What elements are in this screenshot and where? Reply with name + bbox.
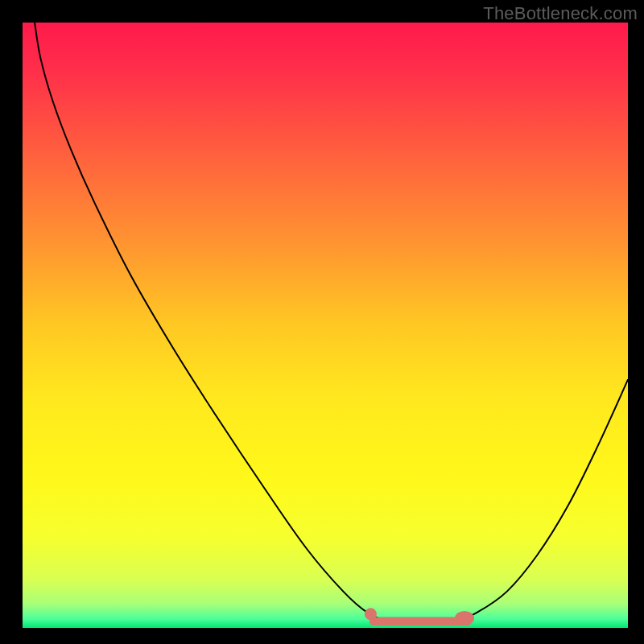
plot-background [23,23,628,628]
chart-container: TheBottleneck.com [0,0,644,644]
watermark-text: TheBottleneck.com [483,3,638,24]
highlight-end-blob [455,611,474,625]
highlight-dot [365,608,377,620]
chart-svg [23,23,628,628]
plot-area [23,23,628,628]
